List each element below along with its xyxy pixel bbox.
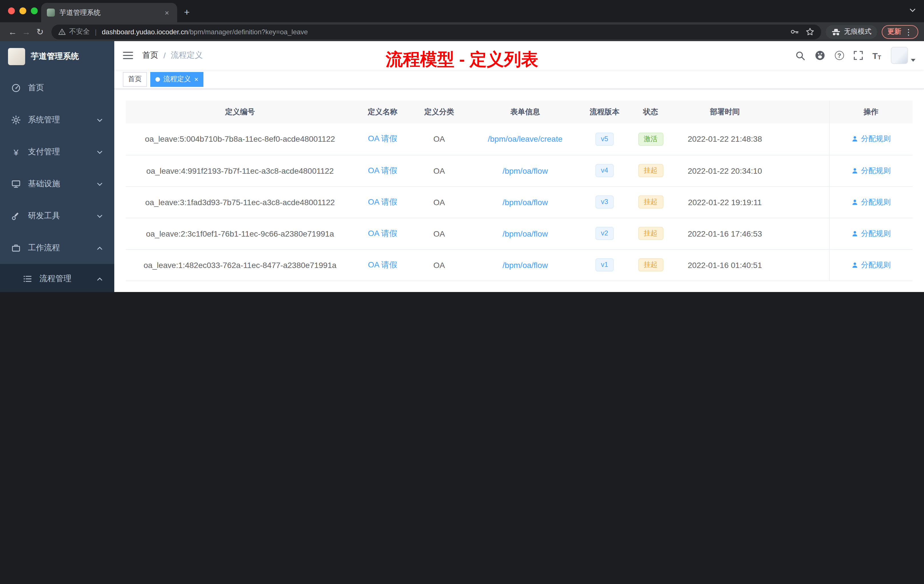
chevron-up-icon: [97, 276, 103, 282]
user-icon: [851, 230, 858, 237]
close-window-button[interactable]: [8, 7, 15, 14]
minimize-window-button[interactable]: [20, 7, 26, 14]
security-label[interactable]: 不安全: [69, 27, 90, 36]
assign-rule-button[interactable]: 分配规则: [851, 165, 891, 176]
user-menu[interactable]: [891, 47, 916, 64]
cell-spacer: [775, 186, 829, 218]
form-link[interactable]: /bpm/oa/flow: [503, 260, 548, 269]
form-link[interactable]: /bpm/oa/flow: [503, 229, 548, 238]
tab-favicon-icon: [47, 8, 55, 16]
table-row: oa_leave:2:3c1f0ef1-76b1-11ec-9c66-a2380…: [126, 218, 912, 249]
reload-button[interactable]: ↻: [33, 26, 47, 37]
avatar[interactable]: [891, 47, 908, 64]
col-definition-name: 定义名称: [354, 101, 411, 124]
active-dot: [155, 77, 160, 81]
assign-rule-button[interactable]: 分配规则: [851, 197, 891, 207]
chevron-down-icon: [97, 213, 103, 219]
monitor-icon: [12, 180, 21, 188]
breadcrumb-home[interactable]: 首页: [142, 50, 158, 61]
definition-id: oa_leave:1:482ec033-762a-11ec-8477-a2380…: [144, 260, 336, 269]
cell-spacer: [775, 124, 829, 155]
sidebar-item-home[interactable]: 首页: [0, 72, 114, 104]
user-icon: [851, 261, 858, 268]
forward-button[interactable]: →: [20, 27, 33, 36]
definition-name-link[interactable]: OA 请假: [368, 134, 398, 143]
cell-spacer: [775, 155, 829, 186]
cell-form-info: /bpm/oa/flow: [467, 155, 583, 186]
form-link[interactable]: /bpm/oa/flow: [503, 198, 548, 206]
search-icon[interactable]: [795, 51, 805, 60]
cell-status: 挂起: [626, 155, 675, 186]
table-header: 定义编号 定义名称 定义分类 表单信息 流程版本 状态 部署时间 操作: [126, 101, 912, 124]
definition-name-link[interactable]: OA 请假: [368, 260, 398, 269]
browser-menu-icon[interactable]: ⋮: [904, 27, 912, 36]
cell-definition-name: OA 请假: [354, 186, 411, 218]
fullscreen-icon[interactable]: [853, 51, 863, 60]
key-icon[interactable]: [790, 27, 799, 36]
form-link[interactable]: /bpm/oa/leave/create: [488, 135, 563, 144]
sidebar-item-payment[interactable]: ¥ 支付管理: [0, 136, 114, 168]
sidebar-item-process-management[interactable]: 流程管理: [0, 264, 114, 292]
address-bar[interactable]: 不安全 | dashboard.yudao.iocoder.cn/bpm/man…: [51, 24, 821, 39]
back-button[interactable]: ←: [6, 27, 20, 36]
sidebar-item-label: 工作流程: [28, 243, 60, 253]
deploy-time: 2022-01-22 21:48:38: [688, 135, 762, 144]
version-badge: v3: [595, 195, 614, 209]
tag-process-definition[interactable]: 流程定义 ×: [150, 72, 203, 87]
cell-version: v1: [583, 249, 626, 280]
divider: |: [95, 28, 97, 36]
tags-view: 首页 流程定义 ×: [114, 70, 924, 89]
sidebar-item-system[interactable]: 系统管理: [0, 104, 114, 136]
table-row: oa_leave:3:1fad3d93-7b75-11ec-a3c8-acde4…: [126, 186, 912, 218]
user-icon: [851, 167, 858, 174]
chrome-update-button[interactable]: 更新 ⋮: [882, 25, 918, 39]
col-status: 状态: [626, 101, 675, 124]
tab-title: 芋道管理系统: [59, 8, 158, 17]
col-spacer: [775, 101, 829, 124]
cell-form-info: /bpm/oa/leave/create: [467, 124, 583, 155]
logo-title: 芋道管理系统: [31, 51, 79, 62]
font-size-icon[interactable]: TT: [872, 51, 881, 60]
url-domain: dashboard.yudao.iocoder.cn: [102, 28, 188, 36]
cell-status: 挂起: [626, 218, 675, 249]
chevron-down-icon: [97, 181, 103, 187]
help-icon[interactable]: ?: [835, 51, 844, 60]
form-link[interactable]: /bpm/oa/flow: [503, 166, 548, 175]
cell-definition-id: oa_leave:2:3c1f0ef1-76b1-11ec-9c66-a2380…: [126, 218, 354, 249]
tag-label: 流程定义: [163, 74, 191, 84]
deploy-time: 2022-01-22 19:19:11: [688, 198, 762, 206]
cell-definition-name: OA 请假: [354, 249, 411, 280]
cell-status: 挂起: [626, 249, 675, 280]
definition-name-link[interactable]: OA 请假: [368, 165, 398, 175]
assign-rule-button[interactable]: 分配规则: [851, 228, 891, 239]
tag-close-icon[interactable]: ×: [194, 76, 198, 82]
chevron-up-icon: [97, 245, 103, 251]
assign-rule-button[interactable]: 分配规则: [851, 260, 891, 270]
sidebar-toggle-button[interactable]: [123, 51, 133, 60]
tag-home[interactable]: 首页: [123, 72, 147, 87]
tab-search-button[interactable]: [909, 6, 916, 16]
browser-tab[interactable]: 芋道管理系统 ×: [41, 3, 177, 22]
gear-icon: [12, 115, 21, 125]
cell-version: v5: [583, 124, 626, 155]
assign-rule-button[interactable]: 分配规则: [851, 134, 891, 144]
table-row: oa_leave:4:991f2193-7b7f-11ec-a3c8-acde4…: [126, 155, 912, 186]
tab-close-icon[interactable]: ×: [162, 8, 172, 17]
definition-name-link[interactable]: OA 请假: [368, 197, 398, 206]
version-badge: v4: [595, 164, 614, 177]
sidebar-logo[interactable]: 芋道管理系统: [0, 41, 114, 72]
sidebar-item-label: 流程管理: [40, 274, 71, 284]
sidebar-item-workflow[interactable]: 工作流程: [0, 232, 114, 264]
definition-name-link[interactable]: OA 请假: [368, 228, 398, 238]
bookmark-star-icon[interactable]: [806, 27, 814, 36]
omnibox-actions: [790, 27, 814, 36]
assign-rule-label: 分配规则: [861, 228, 891, 239]
chevron-down-icon: [97, 149, 103, 155]
github-icon[interactable]: [815, 50, 825, 61]
new-tab-button[interactable]: +: [184, 7, 190, 18]
maximize-window-button[interactable]: [31, 7, 38, 14]
sidebar-item-devtools[interactable]: 研发工具: [0, 200, 114, 232]
assign-rule-label: 分配规则: [861, 197, 891, 207]
sidebar-item-infrastructure[interactable]: 基础设施: [0, 168, 114, 200]
briefcase-icon: [12, 243, 21, 252]
